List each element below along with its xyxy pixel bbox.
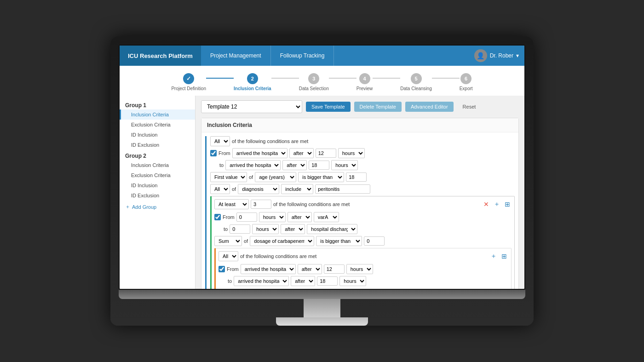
row2-condition-select[interactable]: is bigger than: [298, 172, 344, 182]
outer-all-row: All of the following conditions are met: [210, 136, 515, 146]
row1-after2-select[interactable]: after: [282, 160, 307, 170]
step-5[interactable]: 5 Data Cleansing: [400, 73, 431, 91]
nested-to-input[interactable]: [230, 224, 250, 234]
sidebar-item-id-inclusion-2[interactable]: ID Inclusion: [120, 180, 195, 190]
condition-row-from1: From arrived the hospital after hours: [210, 148, 515, 158]
deep-unit2-select[interactable]: hours: [339, 276, 366, 286]
step-3-label: Data Selection: [299, 86, 329, 91]
sidebar-item-id-exclusion-2[interactable]: ID Exclusion: [120, 190, 195, 201]
sidebar-item-id-inclusion-1[interactable]: ID Inclusion: [120, 130, 195, 140]
deep-row1-checkbox[interactable]: [218, 266, 225, 272]
nested-sum-row: Sum of dosage of carbapenems is bigger t…: [214, 236, 512, 246]
row1-from-select[interactable]: arrived the hospital: [232, 148, 288, 158]
nested-group: At least of the following conditions are…: [210, 196, 515, 289]
top-nav: ICU Research Platform Project Management…: [120, 46, 524, 66]
step-2-label: Inclusion Criteria: [234, 86, 271, 91]
sidebar-item-id-exclusion-1[interactable]: ID Exclusion: [120, 140, 195, 150]
template-bar: Template 12 Save Template Delete Templat…: [201, 100, 519, 113]
row1-unit2-select[interactable]: hours: [331, 160, 358, 170]
step-6[interactable]: 6 Export: [460, 73, 473, 91]
add-group-button[interactable]: ＋ Add Group: [120, 201, 195, 213]
avatar: 👤: [474, 49, 487, 62]
row1-num1-input[interactable]: [316, 149, 336, 158]
row1-after1-select[interactable]: after: [289, 148, 314, 158]
nested-group-header: At least of the following conditions are…: [214, 199, 512, 209]
nested-value-input[interactable]: [364, 236, 385, 246]
row1-unit1-select[interactable]: hours: [338, 148, 365, 158]
nested-unit1-select[interactable]: hours: [259, 212, 286, 222]
deep-from-row: From arrived the hospital after hours: [218, 264, 508, 274]
deep-num1-input[interactable]: [324, 264, 345, 274]
nav-tab-followup-tracking[interactable]: Followup Tracking: [271, 46, 334, 66]
monitor-screen: ICU Research Platform Project Management…: [119, 45, 525, 290]
nested-of-text: of the following conditions are met: [273, 201, 350, 207]
row1-num2-input[interactable]: [309, 161, 329, 170]
nested-condition-select[interactable]: is bigger than: [316, 236, 362, 246]
deep-after2-select[interactable]: after: [291, 276, 315, 286]
nested-after2-select[interactable]: after: [281, 224, 305, 234]
template-select[interactable]: Template 12: [201, 100, 302, 113]
step-4[interactable]: 4 Preview: [356, 73, 373, 91]
nested-to-label: to: [224, 226, 228, 232]
advanced-editor-button[interactable]: Advanced Editor: [405, 102, 454, 112]
row3-field-select[interactable]: diagnosis: [238, 184, 279, 194]
nested-add-button[interactable]: ＋: [492, 200, 501, 209]
nested-sum-of-text: of: [244, 238, 248, 244]
delete-template-button[interactable]: Delete Template: [354, 102, 402, 112]
deep-all-select[interactable]: All: [218, 251, 238, 261]
row1-to-select[interactable]: arrived the hospital: [225, 160, 281, 170]
nested-unit2-select[interactable]: hours: [252, 224, 279, 234]
nested-num-input[interactable]: [251, 200, 271, 209]
nested-after1-select[interactable]: after: [288, 212, 312, 222]
row3-condition-select[interactable]: include: [281, 184, 313, 194]
deep-add-button[interactable]: ＋: [489, 252, 498, 261]
sidebar-item-exclusion-criteria-2[interactable]: Exclusion Criteria: [120, 170, 195, 180]
row3-value-input[interactable]: [315, 184, 370, 194]
sidebar-item-exclusion-criteria-1[interactable]: Exclusion Criteria: [120, 120, 195, 130]
add-group-label: Add Group: [132, 204, 156, 210]
deep-unit1-select[interactable]: hours: [346, 264, 373, 274]
step-1[interactable]: ✓ Project Definition: [171, 73, 206, 91]
nested-atleast-select[interactable]: At least: [214, 199, 249, 209]
step-6-circle: 6: [460, 73, 472, 84]
row2-field-select[interactable]: age (years): [255, 172, 296, 182]
nested-tovar-select[interactable]: hospital discharge: [307, 224, 357, 234]
sidebar-item-inclusion-criteria-1[interactable]: Inclusion Criteria: [120, 109, 195, 120]
deep-nested-actions: ＋ ⊞: [489, 252, 508, 261]
row1-checkbox[interactable]: [210, 150, 217, 156]
row2-first-select[interactable]: First value: [210, 172, 247, 182]
deep-from-select[interactable]: arrived the hospital: [241, 264, 296, 274]
nav-tab-project-management[interactable]: Project Management: [201, 46, 271, 66]
outer-all-select[interactable]: All: [210, 136, 230, 146]
save-template-button[interactable]: Save Template: [306, 102, 351, 112]
row2-of-text: of: [249, 174, 253, 180]
deep-num2-input[interactable]: [317, 276, 338, 286]
sidebar-group2-label: Group 2: [120, 150, 195, 160]
step-3[interactable]: 3 Data Selection: [299, 73, 329, 91]
deep-to-select[interactable]: arrived the hospital: [234, 276, 289, 286]
deep-nested-group: All of the following conditions are met …: [214, 248, 512, 289]
criteria-panel-header: Inclusion Criteria: [201, 118, 518, 132]
reset-button[interactable]: Reset: [457, 102, 482, 112]
sidebar-group1-label: Group 1: [120, 99, 195, 109]
deep-from-label: From: [227, 266, 239, 272]
condition-row-to1: to arrived the hospital after hours: [210, 160, 515, 170]
nested-row1-checkbox[interactable]: [214, 214, 221, 220]
nested-var-select[interactable]: varA: [314, 212, 339, 222]
nested-tree-button[interactable]: ⊞: [503, 200, 512, 209]
main-layout: Group 1 Inclusion Criteria Exclusion Cri…: [120, 96, 524, 289]
deep-tree-button[interactable]: ⊞: [500, 252, 508, 261]
row3-all-select[interactable]: All: [210, 184, 230, 194]
row3-of-text: of: [232, 186, 236, 192]
nested-agg-select[interactable]: Sum: [214, 236, 242, 246]
nested-remove-button[interactable]: ✕: [482, 200, 490, 209]
row2-value-input[interactable]: [346, 172, 367, 182]
nested-from-input[interactable]: [236, 213, 257, 222]
sidebar-item-inclusion-criteria-2[interactable]: Inclusion Criteria: [120, 160, 195, 170]
nested-field-select[interactable]: dosage of carbapenems: [250, 236, 314, 246]
outer-all-text: of the following conditions are met: [232, 138, 308, 144]
step-connector-2: [271, 78, 299, 79]
deep-after1-select[interactable]: after: [298, 264, 322, 274]
step-2[interactable]: 2 Inclusion Criteria: [234, 73, 271, 91]
step-4-circle: 4: [359, 73, 370, 84]
